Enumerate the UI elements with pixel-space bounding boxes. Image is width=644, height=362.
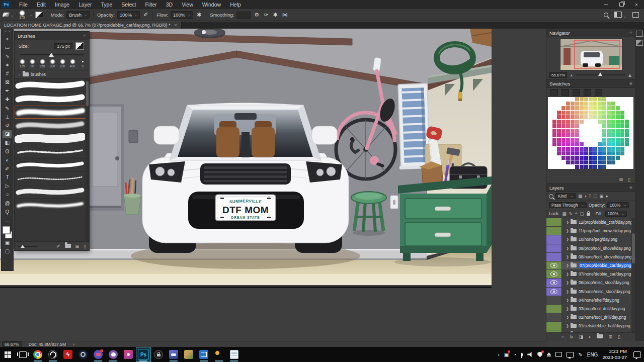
brush-preset-200[interactable]: 200 <box>58 59 67 68</box>
status-zoom-field[interactable]: 66.67% <box>2 341 22 347</box>
swatch[interactable] <box>580 147 584 151</box>
swatch[interactable] <box>620 151 624 155</box>
swatch-group[interactable] <box>584 89 591 96</box>
swatch[interactable] <box>584 160 588 164</box>
swatch[interactable] <box>571 115 575 119</box>
swatch[interactable] <box>602 165 606 169</box>
lock-position-icon[interactable]: ⌖ <box>575 211 578 216</box>
delete-brush-icon[interactable]: ▯ <box>84 244 86 249</box>
swatch[interactable] <box>557 111 561 115</box>
swatch[interactable] <box>607 102 611 106</box>
layer-row[interactable]: ❯00/none/base/day.png <box>546 330 635 332</box>
language-indicator[interactable]: ENG <box>587 352 598 357</box>
brush-group-row[interactable]: ⌄ brushes <box>15 70 89 78</box>
eraser-tool-preset-button[interactable]: ⌄ <box>2 12 15 18</box>
tab-close-icon[interactable]: × <box>174 23 177 28</box>
menu-edit[interactable]: Edit <box>32 1 50 8</box>
swatch[interactable] <box>552 106 556 110</box>
swatch[interactable] <box>548 138 552 142</box>
pen-tool[interactable]: ✐ <box>3 165 12 173</box>
swatch[interactable] <box>580 165 584 169</box>
swatch[interactable] <box>593 160 597 164</box>
layer-twisty-icon[interactable]: ❯ <box>566 246 569 250</box>
blend-mode-select[interactable]: Pass Through⌄ <box>549 202 587 208</box>
swatch[interactable] <box>620 138 624 142</box>
swatch[interactable] <box>575 129 579 133</box>
delete-layer-icon[interactable]: ▯ <box>618 334 620 339</box>
swatch[interactable] <box>625 97 629 101</box>
shape-tool[interactable]: ○ <box>3 191 12 199</box>
swatch[interactable] <box>589 142 593 146</box>
navigator-zoom-field[interactable]: 66.67% <box>549 72 567 78</box>
new-group-icon[interactable] <box>65 244 71 248</box>
swatch[interactable] <box>566 111 570 115</box>
swatch[interactable] <box>602 97 606 101</box>
swatch[interactable] <box>593 97 597 101</box>
swatch[interactable] <box>625 106 629 110</box>
swatch[interactable] <box>589 160 593 164</box>
swatch[interactable] <box>566 138 570 142</box>
swatch[interactable] <box>561 138 566 142</box>
share-icon[interactable] <box>632 12 639 18</box>
brush-preset-250[interactable]: 250 <box>38 59 47 68</box>
swatch[interactable] <box>616 129 620 133</box>
swatch[interactable] <box>557 160 561 164</box>
airbrush-icon[interactable]: ✱ <box>196 12 202 18</box>
move-tool[interactable]: ⌖ <box>3 35 12 43</box>
brush-preset-90[interactable]: 90 <box>28 59 37 68</box>
menu-file[interactable]: File <box>15 1 32 8</box>
brushes-scrollbar[interactable] <box>86 79 89 242</box>
layer-visibility-toggle[interactable] <box>546 261 562 269</box>
character-app-icon[interactable] <box>181 347 196 362</box>
swatch[interactable] <box>598 111 602 115</box>
swatch[interactable] <box>548 102 552 106</box>
swatch[interactable] <box>593 106 597 110</box>
task-view-button[interactable] <box>15 347 30 362</box>
swatch[interactable] <box>584 165 588 169</box>
layer-twisty-icon[interactable]: ❯ <box>566 229 569 233</box>
swatch[interactable] <box>625 147 629 151</box>
swatch[interactable] <box>629 97 633 101</box>
swatch[interactable] <box>620 102 624 106</box>
lasso-tool[interactable]: ∿ <box>3 52 12 60</box>
swatch[interactable] <box>566 106 570 110</box>
swatch[interactable] <box>602 102 606 106</box>
swatch[interactable] <box>611 111 615 115</box>
filter-shape-icon[interactable]: ▢ <box>593 194 597 199</box>
swatch[interactable] <box>598 124 602 128</box>
new-swatch-icon[interactable]: ⊞ <box>619 177 623 182</box>
swatch[interactable] <box>593 115 597 119</box>
layer-twisty-icon[interactable]: ❯ <box>566 255 569 259</box>
swatch[interactable] <box>589 97 593 101</box>
swatch[interactable] <box>620 142 624 146</box>
menu-image[interactable]: Image <box>50 1 74 8</box>
layer-row[interactable]: ❯12/prop/debbie_craft/day.png <box>546 218 635 227</box>
fill-select[interactable]: 100%⌄ <box>605 211 627 217</box>
swatch[interactable] <box>557 102 561 106</box>
layers-header[interactable]: Layers ≡ <box>546 184 635 192</box>
eraser-tool[interactable]: ◪ <box>3 130 12 138</box>
brush-preview-toggle-icon[interactable]: ✐ <box>56 244 60 249</box>
swatch[interactable] <box>566 120 570 124</box>
swatch[interactable] <box>629 133 633 137</box>
swatch[interactable] <box>571 102 575 106</box>
swatch[interactable] <box>593 147 597 151</box>
swatch[interactable] <box>602 151 606 155</box>
status-chevron-icon[interactable]: › <box>73 342 74 347</box>
layer-twisty-icon[interactable]: ❯ <box>566 272 569 276</box>
swatch[interactable] <box>580 115 584 119</box>
swatch[interactable] <box>589 156 593 160</box>
swatch[interactable] <box>611 129 615 133</box>
chrome-profile-icon[interactable] <box>211 347 226 362</box>
swatch[interactable] <box>625 165 629 169</box>
gradient-tool[interactable]: ◧ <box>3 139 12 147</box>
swatch[interactable] <box>611 97 615 101</box>
swatch[interactable] <box>602 138 606 142</box>
swatch[interactable] <box>571 111 575 115</box>
lock-transparent-icon[interactable]: ▦ <box>562 211 567 216</box>
swatch[interactable] <box>589 115 593 119</box>
swatch[interactable] <box>561 120 566 124</box>
swatch[interactable] <box>593 165 597 169</box>
swatch[interactable] <box>571 147 575 151</box>
swatch[interactable] <box>584 151 588 155</box>
